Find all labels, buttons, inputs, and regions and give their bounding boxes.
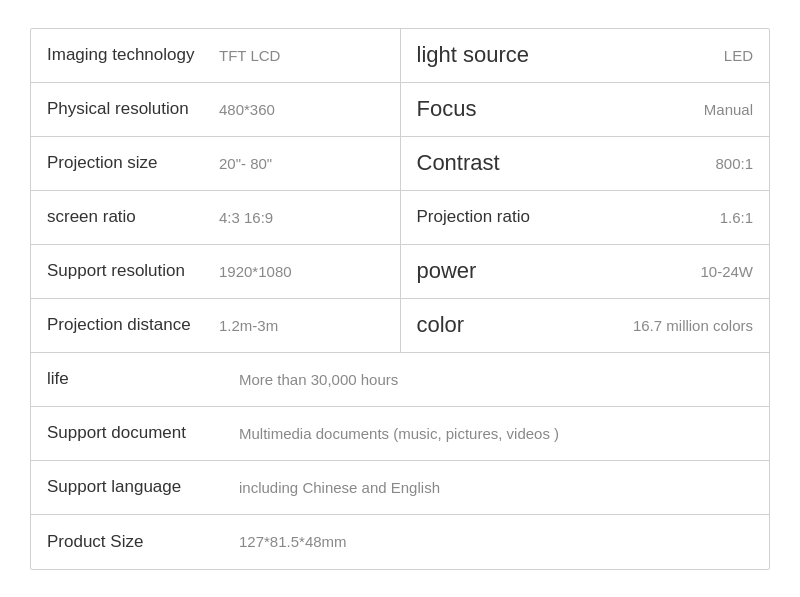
table-row: Imaging technologyTFT LCDlight sourceLED (31, 29, 769, 83)
row-label: Support language (31, 465, 231, 509)
right-section: Contrast800:1 (401, 137, 770, 190)
right-section: Projection ratio1.6:1 (401, 191, 770, 244)
right-value: 800:1 (707, 143, 769, 184)
row-value: More than 30,000 hours (231, 359, 406, 400)
right-value: 16.7 million colors (625, 305, 769, 346)
full-section: Support languageincluding Chinese and En… (31, 461, 769, 514)
right-section: power10-24W (401, 245, 770, 298)
table-row: Projection distance1.2m-3mcolor16.7 mill… (31, 299, 769, 353)
table-row: lifeMore than 30,000 hours (31, 353, 769, 407)
right-section: FocusManual (401, 83, 770, 136)
full-section: lifeMore than 30,000 hours (31, 353, 769, 406)
left-value: 1920*1080 (211, 251, 300, 292)
row-value: Multimedia documents (music, pictures, v… (231, 413, 567, 454)
left-value: 4:3 16:9 (211, 197, 281, 238)
right-label: Focus (401, 84, 561, 134)
row-value: including Chinese and English (231, 467, 448, 508)
right-value: Manual (696, 89, 769, 130)
right-value: 1.6:1 (712, 197, 769, 238)
table-row: Support documentMultimedia documents (mu… (31, 407, 769, 461)
right-section: light sourceLED (401, 29, 770, 82)
left-section: Physical resolution480*360 (31, 83, 401, 136)
row-label: Product Size (31, 520, 231, 564)
left-value: 1.2m-3m (211, 305, 286, 346)
table-row: Physical resolution480*360FocusManual (31, 83, 769, 137)
full-section: Support documentMultimedia documents (mu… (31, 407, 769, 460)
right-value: 10-24W (692, 251, 769, 292)
right-label: Projection ratio (401, 195, 561, 239)
left-label: Imaging technology (31, 33, 211, 77)
table-row: Support resolution1920*1080power10-24W (31, 245, 769, 299)
left-section: Projection distance1.2m-3m (31, 299, 401, 352)
left-label: screen ratio (31, 195, 211, 239)
left-section: Support resolution1920*1080 (31, 245, 401, 298)
table-row: screen ratio4:3 16:9Projection ratio1.6:… (31, 191, 769, 245)
row-label: Support document (31, 411, 231, 455)
right-value: LED (716, 35, 769, 76)
left-section: Projection size20"- 80" (31, 137, 401, 190)
table-row: Product Size127*81.5*48mm (31, 515, 769, 569)
full-section: Product Size127*81.5*48mm (31, 515, 769, 569)
row-label: life (31, 357, 231, 401)
left-label: Support resolution (31, 249, 211, 293)
left-label: Projection distance (31, 303, 211, 347)
table-row: Projection size20"- 80"Contrast800:1 (31, 137, 769, 191)
specs-table: Imaging technologyTFT LCDlight sourceLED… (30, 28, 770, 570)
right-label: Contrast (401, 138, 561, 188)
left-value: TFT LCD (211, 35, 288, 76)
right-section: color16.7 million colors (401, 299, 770, 352)
left-label: Physical resolution (31, 87, 211, 131)
left-section: screen ratio4:3 16:9 (31, 191, 401, 244)
left-value: 20"- 80" (211, 143, 280, 184)
left-value: 480*360 (211, 89, 283, 130)
right-label: light source (401, 30, 561, 80)
table-row: Support languageincluding Chinese and En… (31, 461, 769, 515)
right-label: color (401, 300, 561, 350)
left-label: Projection size (31, 141, 211, 185)
right-label: power (401, 246, 561, 296)
row-value: 127*81.5*48mm (231, 521, 355, 562)
left-section: Imaging technologyTFT LCD (31, 29, 401, 82)
